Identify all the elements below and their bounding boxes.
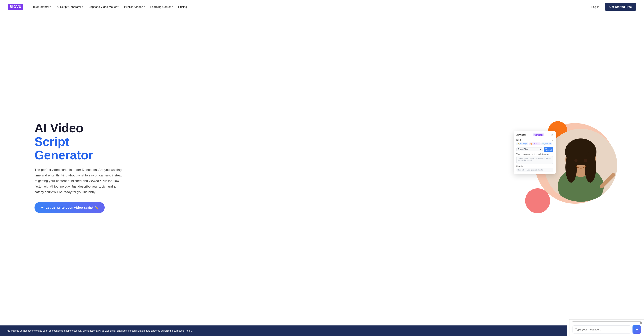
hero-left: AI Video Script Generator The perfect vi… bbox=[34, 121, 123, 213]
chevron-down-icon: ▾ bbox=[172, 6, 173, 8]
nav-item-teleprompter[interactable]: Teleprompter ▾ bbox=[30, 4, 54, 10]
chevron-up-icon: ▲ bbox=[551, 139, 553, 141]
chat-input-row: ➤ bbox=[570, 323, 644, 324]
chat-close-button[interactable]: ✕ bbox=[640, 321, 642, 324]
chat-scrollbar[interactable] bbox=[572, 321, 641, 322]
hero-title-line1: AI Video bbox=[34, 121, 84, 135]
hero-right: AI Writer Generate ✕ Brief ▲ 📏 M Length … bbox=[510, 119, 621, 215]
nav-item-learning[interactable]: Learning Center ▾ bbox=[148, 4, 175, 10]
topic-label: Type a few words on the topic to cover bbox=[516, 153, 553, 155]
chat-widget: ✕ ➤ bbox=[569, 319, 644, 324]
close-icon[interactable]: ✕ bbox=[551, 134, 553, 136]
hero-description: The perfect video script in under 5 seco… bbox=[34, 167, 123, 195]
hero-section: AI Video Script Generator The perfect vi… bbox=[0, 14, 644, 324]
chevron-down-icon: ▾ bbox=[82, 6, 83, 8]
explore-tag[interactable]: 🔍 Explore bbox=[541, 143, 552, 145]
results-text: Here will be your generated text :) bbox=[516, 168, 553, 172]
ai-generate-button[interactable]: Generate bbox=[533, 134, 544, 136]
svg-point-7 bbox=[584, 159, 587, 162]
tone-tag[interactable]: 🎨 My Tone bbox=[529, 143, 540, 145]
chevron-down-icon: ▾ bbox=[50, 6, 51, 8]
tutorial-button[interactable]: ▶ Tutorial bbox=[544, 147, 553, 152]
nav-item-captions[interactable]: Captions Video Maker ▾ bbox=[86, 4, 121, 10]
nav-item-publish[interactable]: Publish Videos ▾ bbox=[122, 4, 147, 10]
length-tag[interactable]: 📏 M Length bbox=[516, 143, 528, 145]
ai-card-title: AI Writer bbox=[516, 134, 526, 136]
svg-point-6 bbox=[574, 159, 578, 162]
nav-actions: Log In Get Started Free bbox=[589, 3, 636, 11]
hero-title-line2: Script bbox=[34, 135, 69, 149]
get-started-button[interactable]: Get Started Free bbox=[605, 3, 636, 11]
ai-tag-group: 📏 M Length 🎨 My Tone 🔍 Explore bbox=[516, 143, 553, 145]
chevron-down-icon: ▾ bbox=[118, 6, 119, 8]
nav-links: Teleprompter ▾ AI Script Generator ▾ Cap… bbox=[30, 4, 589, 10]
topic-input[interactable]: Enter a subject so we can suggest 5 tips… bbox=[516, 156, 553, 164]
nav-item-ai-script[interactable]: AI Script Generator ▾ bbox=[54, 4, 86, 10]
sparkle-icon: ✦ bbox=[41, 205, 44, 210]
svg-point-4 bbox=[566, 152, 577, 183]
chevron-down-icon: ▾ bbox=[540, 148, 541, 150]
logo[interactable]: BIGVU bbox=[8, 4, 24, 10]
ai-writer-card: AI Writer Generate ✕ Brief ▲ 📏 M Length … bbox=[514, 131, 556, 174]
cta-label: Let us write your video script ✏️ bbox=[46, 205, 98, 210]
deco-circle-red bbox=[525, 188, 550, 213]
results-label: Results bbox=[516, 165, 553, 167]
hero-title-line3: Generator bbox=[34, 148, 93, 162]
svg-point-5 bbox=[584, 152, 596, 183]
hero-cta-button[interactable]: ✦ Let us write your video script ✏️ bbox=[34, 202, 105, 213]
login-button[interactable]: Log In bbox=[589, 4, 602, 10]
brief-label: Brief ▲ bbox=[516, 139, 553, 141]
navbar: BIGVU Teleprompter ▾ AI Script Generator… bbox=[0, 0, 644, 14]
expert-tips-select[interactable]: Expert Tips ▾ bbox=[516, 147, 543, 151]
nav-item-pricing[interactable]: Pricing bbox=[176, 4, 189, 10]
chevron-down-icon: ▾ bbox=[144, 6, 145, 8]
